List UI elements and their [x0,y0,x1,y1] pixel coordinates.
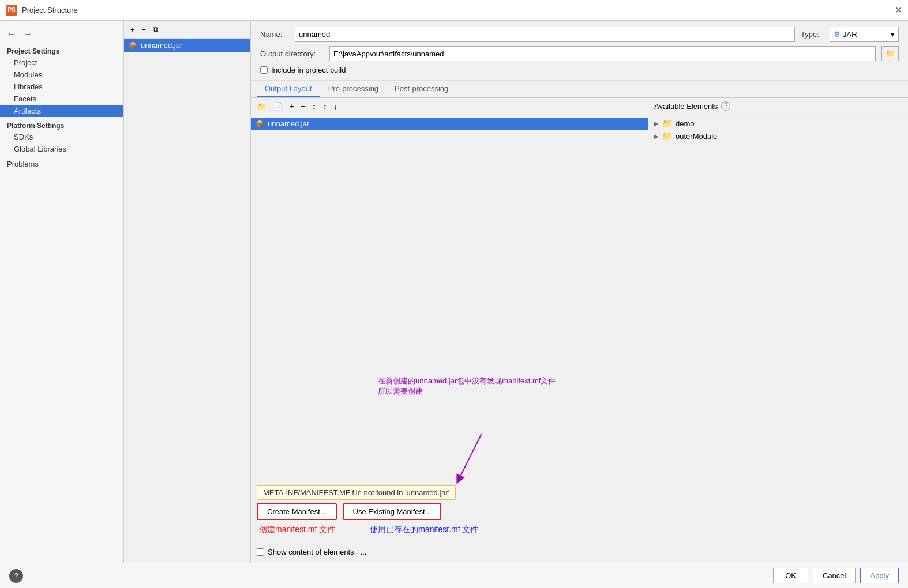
add-artifact-button[interactable]: + [127,24,138,36]
folder-icon-2: 📁 [662,131,672,141]
forward-button[interactable]: → [21,28,35,40]
bottom-bar: ? OK Cancel Apply [0,563,908,588]
app-icon: PS [6,5,17,16]
sidebar-item-problems[interactable]: Problems [0,155,123,173]
output-dir-label: Output directory: [260,50,324,58]
ok-button[interactable]: OK [773,568,808,583]
tab-post-processing[interactable]: Post-processing [387,81,456,97]
manifest-warning-box: META-INF/MANIFEST.MF file not found in '… [257,485,456,500]
annotation-labels: 创建manifest.mf 文件 使用已存在的manifest.mf 文件 [257,525,642,535]
available-elements-header: Available Elements ? [648,98,908,115]
artifact-list-panel: + − ⧉ 📦 unnamed.jar [124,21,251,563]
create-manifest-button[interactable]: Create Manifest... [257,503,337,520]
artifact-list: 📦 unnamed.jar [124,39,250,563]
jar-type-icon: ⚙ [834,30,841,39]
sort-btn[interactable]: ↕ [309,100,319,112]
window-title: Project Structure [22,6,78,14]
sidebar-item-artifacts[interactable]: Artifacts [0,105,123,117]
include-in-project-build-label: Include in project build [271,66,346,74]
sidebar-item-project[interactable]: Project [0,56,123,69]
svg-line-0 [459,434,482,480]
type-label: Type: [801,30,824,39]
name-input[interactable] [295,27,795,42]
copy-artifact-button[interactable]: ⧉ [150,23,161,36]
sidebar-item-global-libraries[interactable]: Global Libraries [0,143,123,155]
tree-item-unnamed-jar[interactable]: 📦 unnamed.jar [251,118,648,130]
sidebar-item-libraries[interactable]: Libraries [0,81,123,93]
chevron-right-icon-2: ▶ [654,133,659,140]
output-dir-input[interactable] [329,46,876,61]
sidebar: ← → Project Settings Project Modules Lib… [0,21,124,563]
move-down-btn[interactable]: ↓ [331,100,340,112]
cancel-button[interactable]: Cancel [813,568,856,583]
add-folder-btn[interactable]: 📁 [254,100,269,112]
annotation-use-label: 使用已存在的manifest.mf 文件 [370,525,478,535]
output-tree-toolbar: 📁 📄 + − ↕ ↑ ↓ [251,98,648,115]
show-content-checkbox[interactable] [257,548,264,556]
add-btn[interactable]: + [287,100,297,112]
help-button[interactable]: ? [9,569,23,583]
apply-button[interactable]: Apply [860,568,899,583]
available-panel: Available Elements ? ▶ 📁 demo ▶ 📁 outerM… [648,98,908,563]
chevron-down-icon: ▾ [891,30,895,39]
avail-item-outermodule[interactable]: ▶ 📁 outerModule [648,130,908,142]
remove-btn[interactable]: − [298,100,309,112]
remove-artifact-button[interactable]: − [139,24,149,36]
manifest-warning-area: 在新创建的unnamed.jar包中没有发现manifest.mf文件 所以需要… [251,480,648,541]
platform-settings-header: Platform Settings [0,117,123,131]
title-bar: PS Project Structure ✕ [0,0,908,21]
jar-icon: 📦 [129,42,137,50]
available-tree: ▶ 📁 demo ▶ 📁 outerModule [648,115,908,563]
help-icon: ? [721,101,730,111]
manifest-buttons: Create Manifest... Use Existing Manifest… [257,503,642,520]
folder-icon: 📁 [662,119,672,128]
output-tree-content: 📦 unnamed.jar 在新创建的unnamed.jar包中没有发现mani… [251,115,648,541]
artifact-item-unnamed[interactable]: 📦 unnamed.jar [124,39,250,52]
show-content-label: Show content of elements [268,548,354,556]
sidebar-item-sdks[interactable]: SDKs [0,131,123,143]
show-content-options-btn[interactable]: ... [358,546,370,558]
close-button[interactable]: ✕ [895,5,902,16]
name-label: Name: [260,30,289,39]
project-settings-header: Project Settings [0,45,123,56]
annotation-create-label: 创建manifest.mf 文件 [259,525,335,535]
artifact-list-toolbar: + − ⧉ [124,21,250,39]
annotation-purple-text: 在新创建的unnamed.jar包中没有发现manifest.mf文件 所以需要… [378,376,556,397]
move-up-btn[interactable]: ↑ [320,100,330,112]
add-file-btn[interactable]: 📄 [271,100,286,112]
detail-header: Name: Type: ⚙ JAR ▾ Output directory: 📁 [251,21,908,81]
chevron-right-icon: ▶ [654,120,659,127]
output-layout-area: 📁 📄 + − ↕ ↑ ↓ 📦 unnamed.jar [251,98,908,563]
annotation-arrow [447,428,493,485]
use-existing-manifest-button[interactable]: Use Existing Manifest... [343,503,442,520]
tab-output-layout[interactable]: Output Layout [257,81,320,97]
avail-item-demo[interactable]: ▶ 📁 demo [648,117,908,130]
browse-folder-button[interactable]: 📁 [881,46,899,61]
back-button[interactable]: ← [5,28,18,40]
output-tree-panel: 📁 📄 + − ↕ ↑ ↓ 📦 unnamed.jar [251,98,648,563]
jar-file-icon: 📦 [256,120,264,128]
detail-panel: Name: Type: ⚙ JAR ▾ Output directory: 📁 [251,21,908,563]
sidebar-item-modules[interactable]: Modules [0,69,123,81]
include-in-project-build-checkbox[interactable] [260,66,268,74]
tabs-bar: Output Layout Pre-processing Post-proces… [251,81,908,98]
tab-pre-processing[interactable]: Pre-processing [320,81,387,97]
show-content-row: Show content of elements ... [251,541,648,563]
sidebar-item-facets[interactable]: Facets [0,93,123,105]
type-select[interactable]: ⚙ JAR ▾ [830,27,899,42]
